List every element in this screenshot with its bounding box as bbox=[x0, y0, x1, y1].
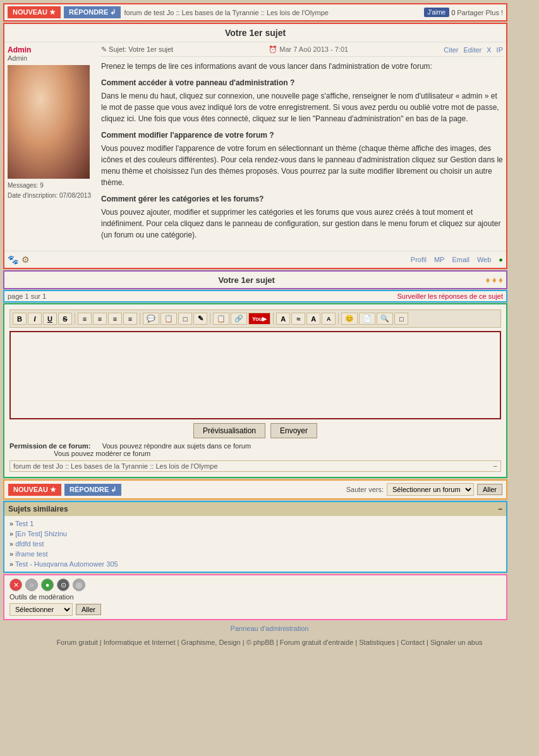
editor-buttons: Prévisualisation Envoyer bbox=[9, 423, 501, 438]
fb-like-area: J'aime 0 Partager Plus ! bbox=[424, 8, 503, 17]
strike-btn[interactable]: S bbox=[58, 313, 72, 325]
author-inscription: Date d'inscription: 07/08/2013 bbox=[8, 192, 96, 199]
footer-link-entraide[interactable]: Forum gratuit d'entraide bbox=[280, 639, 353, 646]
list-btn[interactable]: □ bbox=[178, 313, 192, 325]
repondre-button[interactable]: RÉPONDRE ↲ bbox=[64, 6, 121, 18]
table1-toolbar: NOUVEAU ★ RÉPONDRE ↲ forum de test Jo ::… bbox=[3, 3, 507, 21]
forum-path-text: forum de test Jo :: Les bases de la Tyra… bbox=[13, 462, 218, 470]
footer-link-contact[interactable]: Contact bbox=[401, 639, 425, 646]
profil-link[interactable]: Profil bbox=[411, 256, 427, 263]
fb-jaime-btn[interactable]: J'aime bbox=[424, 8, 450, 17]
fonta-btn[interactable]: A bbox=[306, 313, 320, 325]
footer-link-design[interactable]: Graphisme, Design bbox=[181, 639, 241, 646]
mod-go-button[interactable]: Aller bbox=[76, 604, 101, 615]
list-item[interactable]: dfdfd test bbox=[9, 539, 501, 549]
italic-btn[interactable]: I bbox=[28, 313, 42, 325]
web-link[interactable]: Web bbox=[477, 256, 491, 263]
send-button[interactable]: Envoyer bbox=[270, 423, 317, 438]
sep3 bbox=[210, 313, 210, 325]
table3-bar: Votre 1er sujet ♦ ♦ ♦ bbox=[3, 270, 507, 289]
icon-gold3[interactable]: ♦ bbox=[499, 275, 503, 285]
misc-btn[interactable]: □ bbox=[394, 313, 408, 325]
mod-icon-circle[interactable]: ○ bbox=[25, 579, 38, 591]
post-subject: ✎ Sujet: Votre 1er sujet bbox=[101, 45, 173, 54]
emoji-btn[interactable]: 😊 bbox=[341, 313, 358, 325]
post-body: Prenez le temps de lire ces informations… bbox=[101, 61, 503, 241]
table3-title: Votre 1er sujet bbox=[8, 275, 486, 285]
mod-icon-x[interactable]: ✕ bbox=[9, 579, 22, 591]
align-justify-btn[interactable]: ≡ bbox=[123, 313, 137, 325]
nouveau-button[interactable]: NOUVEAU ★ bbox=[8, 6, 61, 18]
pencil-btn[interactable]: ✎ bbox=[193, 313, 207, 325]
list-item[interactable]: iframe test bbox=[9, 549, 501, 559]
surveiller-link[interactable]: Surveiller les réponses de ce sujet bbox=[397, 292, 503, 300]
mod-icon-dot[interactable]: ● bbox=[41, 579, 54, 591]
mod-label: Outils de modération bbox=[9, 593, 501, 601]
mod-icon-lock[interactable]: ⊙ bbox=[57, 579, 70, 591]
close-link[interactable]: X bbox=[487, 46, 491, 54]
editor-toolbar: B I U S ≡ ≡ ≡ ≡ 💬 📋 □ ✎ 📋 🔗 You▶ A bbox=[9, 309, 501, 328]
underline-btn[interactable]: U bbox=[43, 313, 57, 325]
email-link[interactable]: Email bbox=[452, 256, 469, 263]
forum-path-bar: forum de test Jo :: Les bases de la Tyra… bbox=[9, 460, 501, 472]
quote-btn[interactable]: 💬 bbox=[143, 313, 159, 325]
editor-textarea[interactable] bbox=[9, 331, 501, 419]
table6-header: Sujets similaires − bbox=[4, 502, 506, 516]
code-btn[interactable]: 📋 bbox=[160, 313, 177, 325]
font-btn[interactable]: A bbox=[276, 313, 290, 325]
footer-link-stats[interactable]: Statistiques bbox=[359, 639, 395, 646]
table6-title: Sujets similaires bbox=[8, 505, 68, 513]
jump-select[interactable]: Sélectionner un forum bbox=[387, 483, 474, 496]
plus-link[interactable]: Plus ! bbox=[485, 9, 503, 16]
footer-link-forum[interactable]: Forum gratuit bbox=[56, 639, 97, 646]
preview-button[interactable]: Prévisualisation bbox=[193, 423, 265, 438]
editer-link[interactable]: Editer bbox=[463, 46, 481, 54]
collapse-icon[interactable]: − bbox=[494, 462, 497, 470]
partager-link[interactable]: Partager bbox=[457, 9, 483, 16]
table10-moderation: ✕ ○ ● ⊙ ◎ Outils de modération Sélection… bbox=[3, 574, 507, 620]
footer-icon1[interactable]: 🐾 bbox=[8, 255, 18, 265]
video-btn[interactable]: You▶ bbox=[248, 313, 270, 325]
fonta2-btn[interactable]: A bbox=[322, 313, 336, 325]
post-content: ✎ Sujet: Votre 1er sujet ⏰ Mar 7 Aoû 201… bbox=[101, 45, 503, 244]
list-item[interactable]: Test 1 bbox=[9, 519, 501, 529]
go-button[interactable]: Aller bbox=[477, 484, 502, 495]
repondre-button-2[interactable]: RÉPONDRE ↲ bbox=[64, 484, 121, 496]
footer-admin-link[interactable]: Panneau d'administration bbox=[0, 621, 539, 635]
footer-link-signaler[interactable]: Signaler un abus bbox=[430, 639, 483, 646]
mod-icons: ✕ ○ ● ⊙ ◎ bbox=[9, 579, 501, 591]
sep1 bbox=[75, 313, 75, 325]
bold-btn[interactable]: B bbox=[13, 313, 27, 325]
footer-icon2[interactable]: ⚙ bbox=[21, 255, 30, 265]
align-left-btn[interactable]: ≡ bbox=[78, 313, 92, 325]
permissions: Permission de ce forum: Vous pouvez répo… bbox=[9, 442, 501, 457]
icon-gold1[interactable]: ♦ bbox=[486, 275, 490, 285]
citer-link[interactable]: Citer bbox=[444, 46, 458, 54]
align-center-btn[interactable]: ≡ bbox=[93, 313, 107, 325]
table2-post: Votre 1er sujet Admin Admin Messages: 9 … bbox=[3, 23, 507, 269]
list-item[interactable]: [En Test] Shizinu bbox=[9, 529, 501, 539]
table9-bottom-toolbar: NOUVEAU ★ RÉPONDRE ↲ Sauter vers: Sélect… bbox=[3, 479, 507, 500]
nouveau-button-2[interactable]: NOUVEAU ★ bbox=[8, 484, 61, 496]
post-date: ⏰ Mar 7 Aoû 2013 - 7:01 bbox=[269, 45, 348, 54]
mod-select[interactable]: Sélectionner bbox=[9, 603, 73, 616]
copy-btn[interactable]: 📋 bbox=[213, 313, 229, 325]
mp-link[interactable]: MP bbox=[434, 256, 445, 263]
post-author-sidebar: Admin Admin Messages: 9 Date d'inscripti… bbox=[8, 45, 96, 244]
search-btn[interactable]: 🔍 bbox=[377, 313, 393, 325]
ip-link[interactable]: IP bbox=[497, 46, 503, 54]
list-item[interactable]: Test - Husqvarna Automower 305 bbox=[9, 559, 501, 569]
mod-icon-arrow[interactable]: ◎ bbox=[73, 579, 85, 591]
footer-link-phpbb[interactable]: © phpBB bbox=[246, 639, 274, 646]
wave-btn[interactable]: ≈ bbox=[291, 313, 305, 325]
mod-select-area: Sélectionner Aller bbox=[9, 603, 501, 616]
table6-collapse[interactable]: − bbox=[498, 505, 502, 513]
table4-page: page 1 sur 1 Surveiller les réponses de … bbox=[3, 290, 507, 303]
author-name: Admin bbox=[8, 45, 96, 54]
sep2 bbox=[140, 313, 140, 325]
attach-btn[interactable]: 📄 bbox=[359, 313, 375, 325]
footer-link-info[interactable]: Informatique et Internet bbox=[104, 639, 176, 646]
align-right-btn[interactable]: ≡ bbox=[108, 313, 122, 325]
link-btn[interactable]: 🔗 bbox=[231, 313, 247, 325]
icon-gold2[interactable]: ♦ bbox=[492, 275, 497, 285]
